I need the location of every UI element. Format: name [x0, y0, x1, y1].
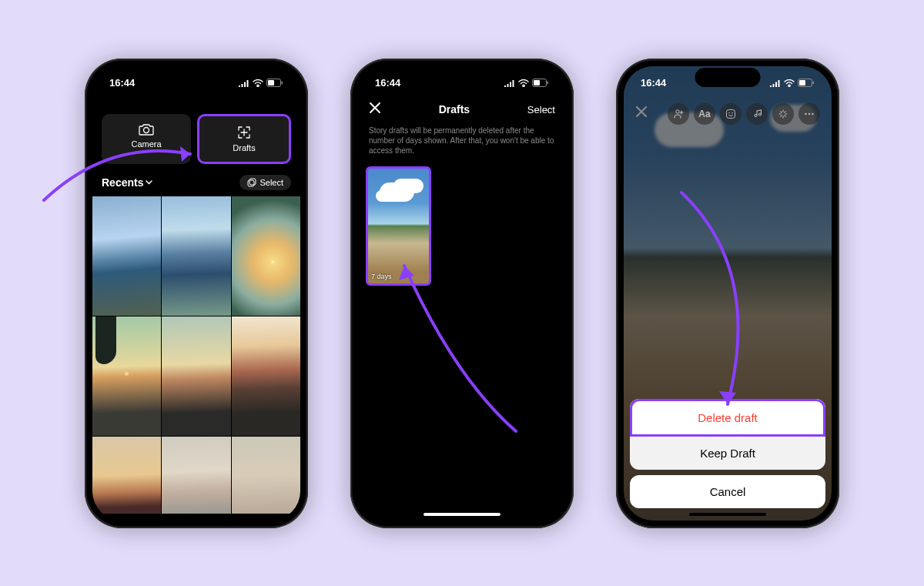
drafts-header: Drafts Select [358, 100, 566, 124]
svg-point-16 [808, 112, 810, 114]
photo-thumb[interactable] [162, 437, 230, 514]
phone-1: 16:44 Camera Drafts Recents [85, 59, 308, 528]
wifi-icon [253, 79, 263, 87]
recents-row: Recents Select [92, 170, 300, 196]
more-icon[interactable] [798, 103, 820, 125]
text-icon[interactable]: Aa [694, 103, 715, 125]
svg-point-17 [812, 112, 813, 114]
effects-icon[interactable] [772, 103, 794, 125]
svg-rect-2 [282, 82, 283, 85]
phone-screen: 16:44 Camera Drafts Recents [92, 66, 300, 521]
camera-button[interactable]: Camera [102, 114, 191, 164]
close-icon[interactable] [635, 105, 648, 122]
status-time: 16:44 [109, 77, 135, 89]
phone-screen: 16:44 Aa Delete draft Keep Draft [624, 66, 832, 521]
notch [695, 68, 761, 87]
svg-rect-6 [534, 80, 540, 85]
svg-rect-12 [727, 109, 735, 118]
home-indicator[interactable] [689, 513, 766, 516]
drafts-description: Story drafts will be permanently deleted… [358, 124, 566, 163]
delete-draft-button[interactable]: Delete draft [630, 399, 825, 437]
svg-rect-7 [547, 82, 549, 85]
svg-point-13 [728, 112, 730, 113]
drafts-icon [237, 126, 251, 139]
status-time: 16:44 [641, 77, 666, 89]
keep-draft-button[interactable]: Keep Draft [630, 437, 825, 470]
svg-point-11 [676, 109, 679, 112]
recents-dropdown[interactable]: Recents [102, 176, 152, 189]
select-button[interactable]: Select [239, 175, 291, 190]
photo-thumb[interactable] [162, 316, 230, 436]
tag-person-icon[interactable] [668, 103, 689, 125]
signal-icon [238, 79, 249, 87]
photo-thumb[interactable] [92, 196, 161, 316]
svg-rect-3 [248, 180, 254, 186]
svg-rect-9 [799, 80, 805, 85]
battery-icon [266, 79, 283, 87]
photo-thumb[interactable] [232, 196, 300, 316]
status-time: 16:44 [375, 77, 400, 89]
story-toolbar: Aa [624, 103, 832, 125]
camera-icon [139, 123, 154, 136]
photo-grid [92, 196, 300, 514]
battery-icon [798, 79, 815, 87]
home-indicator[interactable] [424, 513, 500, 516]
svg-rect-1 [268, 80, 274, 85]
cancel-button[interactable]: Cancel [630, 475, 825, 508]
notch [164, 68, 229, 87]
wifi-icon [518, 79, 529, 87]
close-icon[interactable] [369, 102, 381, 118]
recents-text: Recents [102, 176, 143, 189]
select-button[interactable]: Select [527, 104, 555, 116]
photo-thumb[interactable] [92, 316, 161, 436]
action-sheet: Delete draft Keep Draft Cancel [630, 399, 825, 508]
draft-days-badge: 7 days [371, 273, 392, 280]
notch [430, 68, 495, 87]
battery-icon [532, 79, 549, 87]
svg-point-14 [732, 112, 733, 113]
status-icons [504, 79, 549, 87]
sticker-icon[interactable] [720, 103, 742, 125]
status-icons [238, 79, 283, 87]
drafts-button[interactable]: Drafts [197, 114, 291, 164]
photo-thumb[interactable] [232, 316, 300, 436]
photo-thumb[interactable] [92, 437, 161, 514]
wifi-icon [784, 79, 795, 87]
signal-icon [504, 79, 515, 87]
status-icons [769, 79, 815, 87]
phone-screen: 16:44 Drafts Select Story drafts will be… [358, 66, 566, 521]
camera-label: Camera [131, 139, 161, 149]
music-icon[interactable] [746, 103, 768, 125]
select-label: Select [259, 178, 283, 187]
photo-thumb[interactable] [162, 196, 230, 316]
top-buttons: Camera Drafts [92, 100, 300, 170]
drafts-title: Drafts [439, 103, 470, 116]
svg-point-15 [805, 112, 806, 114]
phone-2: 16:44 Drafts Select Story drafts will be… [350, 59, 574, 528]
chevron-down-icon [146, 180, 152, 185]
sheet-group: Delete draft Keep Draft [630, 399, 825, 470]
svg-rect-10 [813, 82, 815, 85]
svg-rect-4 [249, 179, 256, 185]
photo-thumb[interactable] [232, 437, 300, 514]
draft-thumbnail[interactable]: 7 days [366, 166, 431, 286]
drafts-label: Drafts [233, 143, 255, 152]
multiselect-icon [247, 178, 256, 187]
decorative-cloud [380, 182, 414, 202]
signal-icon [769, 79, 781, 87]
phone-3: 16:44 Aa Delete draft Keep Draft [616, 59, 839, 528]
